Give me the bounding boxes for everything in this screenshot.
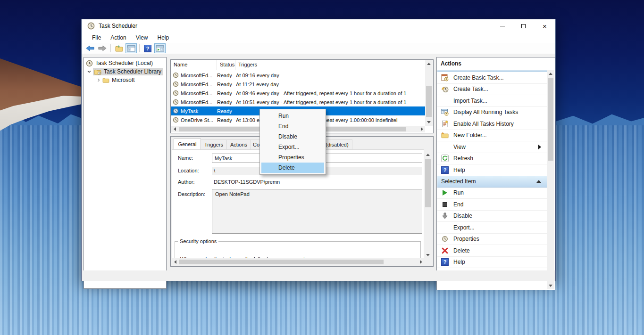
tree-item-microsoft[interactable]: Microsoft	[96, 76, 135, 84]
details-vertical-scrollbar[interactable]	[424, 151, 432, 259]
scroll-right-icon	[421, 127, 423, 131]
scroll-left-icon	[174, 127, 176, 131]
disable-icon	[441, 212, 449, 220]
no-icon	[441, 97, 449, 105]
tab-triggers[interactable]: Triggers	[201, 139, 227, 149]
menu-bar: File Action View Help	[82, 33, 555, 43]
end-icon	[441, 201, 449, 208]
tree-item-root[interactable]: Task Scheduler (Local)	[86, 59, 153, 67]
context-menu-item-end[interactable]: End	[261, 121, 324, 131]
column-header-triggers[interactable]: Triggers	[235, 60, 426, 70]
scroll-down-button[interactable]	[425, 119, 433, 126]
selected-item-group-header[interactable]: Selected Item	[437, 176, 547, 188]
menu-help[interactable]: Help	[153, 33, 174, 42]
scrollbar-thumb[interactable]	[548, 78, 553, 161]
scroll-right-button[interactable]	[418, 126, 425, 132]
context-menu-item-export[interactable]: Export...	[261, 142, 324, 152]
menu-action[interactable]: Action	[106, 33, 131, 42]
help-button[interactable]: ?	[142, 43, 153, 53]
column-header-name[interactable]: Name	[171, 60, 217, 70]
action-item-create-task[interactable]: Create Task...	[437, 84, 547, 96]
chevron-right-icon[interactable]	[96, 78, 101, 82]
toolbar-separator	[139, 44, 140, 52]
actions-panel-title: Actions	[441, 60, 461, 67]
scrollbar-thumb[interactable]	[179, 260, 384, 264]
scroll-down-icon	[426, 254, 430, 256]
scroll-right-button[interactable]	[418, 259, 424, 265]
help-icon: ?	[144, 45, 151, 52]
forward-button[interactable]	[97, 43, 108, 53]
minimize-button[interactable]	[492, 19, 513, 33]
selected-item-header-label: Selected Item	[441, 178, 476, 185]
scroll-up-button[interactable]	[424, 151, 432, 158]
action-item-view[interactable]: View	[437, 141, 547, 153]
create-task-icon	[441, 85, 449, 93]
scroll-down-icon	[549, 285, 552, 287]
security-options-text: When running the task, use the following…	[180, 256, 306, 258]
scroll-left-icon	[174, 260, 176, 264]
description-field[interactable]: Open NotePad	[212, 189, 422, 234]
task-list-header: Name Status Triggers	[171, 60, 426, 70]
action-item-display-all-running-tasks[interactable]: Display All Running Tasks	[437, 107, 547, 119]
close-button[interactable]: ×	[534, 19, 555, 33]
scroll-left-button[interactable]	[171, 126, 178, 132]
scrollbar-thumb[interactable]	[425, 159, 431, 207]
tab-general[interactable]: General	[174, 139, 201, 149]
actions-panel: Actions Create Basic Task... Create Task…	[436, 57, 555, 290]
task-scheduler-window: Task Scheduler × File Action View Help ?	[81, 19, 556, 281]
action-item-import-task[interactable]: Import Task...	[437, 95, 547, 107]
menu-view[interactable]: View	[131, 33, 153, 42]
action-item-refresh[interactable]: Refresh	[437, 153, 547, 165]
action-item-disable[interactable]: Disable	[437, 211, 547, 222]
action-item-enable-all-tasks-history[interactable]: Enable All Tasks History	[437, 118, 547, 130]
action-item-export[interactable]: Export...	[437, 222, 547, 234]
action-item-help-selected[interactable]: ? Help	[437, 257, 547, 269]
scroll-up-button[interactable]	[425, 60, 433, 67]
context-menu-item-delete[interactable]: Delete	[261, 163, 324, 173]
menu-file[interactable]: File	[87, 33, 106, 42]
table-row[interactable]: MicrosoftEd... Ready At 11:21 every day	[171, 80, 425, 89]
action-pane-toggle-button[interactable]	[154, 43, 166, 53]
clock-icon	[173, 99, 179, 105]
action-item-run[interactable]: Run	[437, 188, 547, 199]
action-item-help[interactable]: ? Help	[437, 164, 547, 176]
details-horizontal-scrollbar[interactable]	[172, 259, 424, 265]
action-item-label: Create Basic Task...	[453, 74, 504, 81]
context-menu-item-run[interactable]: Run	[261, 111, 324, 121]
window-bottom-strip	[82, 270, 555, 281]
cell-triggers: At 11:21 every day	[236, 82, 425, 87]
location-label: Location:	[178, 168, 199, 173]
column-header-status[interactable]: Status	[217, 60, 235, 70]
chevron-down-icon[interactable]	[87, 69, 92, 74]
tree-item-library[interactable]: Task Scheduler Library	[87, 67, 163, 76]
scroll-down-button[interactable]	[547, 282, 554, 289]
scroll-down-icon	[427, 121, 431, 123]
action-item-create-basic-task[interactable]: Create Basic Task...	[437, 72, 547, 84]
context-menu-item-properties[interactable]: Properties	[261, 152, 324, 163]
scroll-right-icon	[420, 260, 422, 264]
scroll-left-button[interactable]	[172, 259, 178, 265]
scrollbar-thumb[interactable]	[426, 86, 432, 117]
scroll-down-button[interactable]	[424, 252, 432, 259]
scroll-up-button[interactable]	[547, 70, 554, 77]
action-item-end[interactable]: End	[437, 199, 547, 211]
back-button[interactable]	[84, 43, 96, 53]
action-item-delete[interactable]: Delete	[437, 245, 547, 257]
table-row[interactable]: MicrosoftEd... Ready At 09:16 every day	[171, 71, 425, 80]
table-row[interactable]: MicrosoftEd... Ready At 09:46 every day …	[171, 89, 425, 98]
context-menu-item-disable[interactable]: Disable	[261, 131, 324, 142]
help-icon: ?	[441, 166, 449, 174]
maximize-button[interactable]	[513, 19, 534, 33]
tree-library-label: Task Scheduler Library	[104, 68, 161, 75]
cell-status: Ready	[217, 82, 236, 87]
actions-vertical-scrollbar[interactable]	[547, 70, 554, 289]
import-task-button[interactable]	[113, 43, 125, 53]
tab-actions[interactable]: Actions	[226, 139, 251, 149]
delete-icon	[441, 247, 449, 254]
cell-status: Ready	[217, 73, 236, 78]
table-row[interactable]: MicrosoftEd... Ready At 10:51 every day …	[171, 98, 425, 106]
action-item-properties[interactable]: Properties	[437, 234, 547, 245]
task-list-vertical-scrollbar[interactable]	[425, 60, 433, 126]
console-tree-toggle-button[interactable]	[125, 43, 137, 53]
action-item-new-folder[interactable]: New Folder...	[437, 130, 547, 142]
